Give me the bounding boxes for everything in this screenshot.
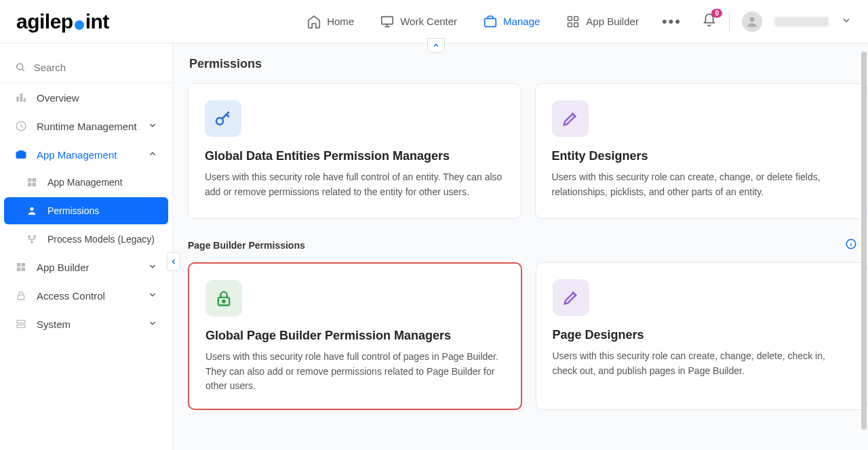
apps-icon — [566, 14, 580, 29]
chevron-up-icon — [432, 41, 440, 49]
chevron-down-icon — [148, 121, 157, 132]
card-entity-designers[interactable]: Entity Designers Users with this securit… — [535, 83, 869, 219]
sidebar-sub-app-management[interactable]: App Management — [0, 169, 172, 196]
nav-app-builder-label: App Builder — [586, 16, 639, 27]
divider — [729, 12, 730, 31]
grid-icon — [26, 176, 38, 188]
avatar-icon — [745, 15, 759, 28]
svg-rect-12 — [16, 152, 26, 158]
card-global-page-builder[interactable]: Global Page Builder Permission Managers … — [188, 262, 522, 410]
server-icon — [15, 318, 27, 330]
sidebar-item-app-builder[interactable]: App Builder — [0, 253, 172, 281]
card-desc: Users with this security role have full … — [205, 350, 505, 394]
card-title: Page Designers — [553, 328, 852, 342]
svg-rect-25 — [18, 295, 24, 300]
logo-text-before: agilep — [16, 10, 73, 33]
svg-point-28 — [216, 118, 223, 125]
card-title: Global Page Builder Permission Managers — [205, 329, 505, 343]
svg-rect-27 — [17, 325, 25, 327]
chevron-up-icon — [148, 149, 157, 161]
sidebar-item-app-management[interactable]: App Management — [0, 140, 172, 169]
svg-rect-15 — [28, 183, 31, 186]
sidebar-sub-process-models[interactable]: Process Models (Legacy) — [0, 226, 172, 253]
sidebar-sub-permissions[interactable]: Permissions — [4, 197, 168, 224]
svg-rect-26 — [17, 321, 25, 323]
svg-rect-22 — [22, 263, 25, 266]
chevron-left-icon — [170, 258, 178, 266]
svg-point-6 — [750, 17, 755, 22]
page-title: Permissions — [188, 57, 868, 71]
card-global-data-entities[interactable]: Global Data Entities Permission Managers… — [188, 83, 521, 219]
cards-row-2: Global Page Builder Permission Managers … — [188, 262, 868, 410]
chart-icon — [15, 91, 27, 104]
scrollbar[interactable] — [861, 52, 867, 430]
monitor-icon — [380, 14, 395, 29]
nav-work-center[interactable]: Work Center — [377, 9, 460, 35]
topbar: agilep int Home Work Center Manage — [0, 0, 868, 43]
chevron-down-icon — [148, 262, 157, 273]
flow-icon — [26, 233, 38, 245]
scroll-up-button[interactable] — [427, 38, 445, 53]
svg-rect-5 — [574, 22, 578, 26]
logo-dot-icon — [75, 20, 84, 30]
lock-icon — [15, 289, 27, 302]
nav-work-center-label: Work Center — [400, 16, 457, 27]
top-nav: Home Work Center Manage App Builder ••• — [304, 9, 682, 35]
svg-rect-24 — [22, 268, 25, 271]
user-menu-chevron[interactable] — [841, 15, 852, 28]
card-desc: Users with this security role can create… — [553, 349, 852, 378]
nav-home-label: Home — [327, 16, 354, 27]
sidebar-sub-label: Permissions — [47, 205, 99, 216]
sidebar-item-system[interactable]: System — [0, 310, 172, 338]
design-icon — [553, 279, 589, 316]
svg-point-17 — [30, 207, 33, 211]
home-icon — [307, 14, 321, 29]
notification-badge: 0 — [711, 9, 722, 18]
svg-rect-2 — [568, 16, 572, 20]
chevron-down-icon — [841, 15, 852, 26]
svg-rect-1 — [485, 18, 496, 26]
svg-point-31 — [222, 300, 225, 303]
svg-rect-23 — [17, 268, 20, 271]
notifications-button[interactable]: 0 — [702, 13, 717, 30]
avatar[interactable] — [742, 12, 762, 32]
padlock-icon — [205, 280, 242, 316]
nav-home[interactable]: Home — [304, 9, 357, 35]
nav-manage-label: Manage — [503, 16, 540, 27]
svg-point-19 — [33, 235, 36, 238]
sidebar-item-runtime-management[interactable]: Runtime Management — [0, 112, 172, 140]
card-title: Global Data Entities Permission Managers — [205, 149, 505, 163]
chevron-down-icon — [148, 290, 157, 302]
sidebar-item-access-control[interactable]: Access Control — [0, 281, 172, 310]
svg-rect-10 — [24, 98, 26, 102]
card-desc: Users with this security role have full … — [205, 170, 505, 199]
cards-row-1: Global Data Entities Permission Managers… — [188, 83, 868, 219]
svg-rect-8 — [16, 97, 19, 102]
nav-manage[interactable]: Manage — [480, 9, 542, 35]
search-input[interactable] — [34, 62, 157, 73]
sidebar-item-label: App Management — [37, 149, 117, 161]
svg-rect-4 — [568, 22, 572, 26]
sidebar-search[interactable] — [0, 52, 172, 83]
topbar-right: 0 — [702, 12, 852, 32]
card-title: Entity Designers — [552, 149, 852, 163]
sidebar: Overview Runtime Management App Manageme… — [0, 43, 173, 450]
info-icon[interactable] — [845, 238, 857, 253]
logo[interactable]: agilep int — [16, 10, 109, 33]
svg-point-18 — [28, 235, 31, 238]
svg-rect-21 — [17, 263, 20, 266]
briefcase-icon — [483, 14, 498, 29]
nav-more-icon[interactable]: ••• — [662, 13, 682, 30]
chevron-down-icon — [148, 319, 157, 330]
logo-text-after: int — [85, 10, 109, 33]
sidebar-collapse-button[interactable] — [167, 252, 180, 271]
sidebar-item-overview[interactable]: Overview — [0, 83, 172, 112]
sidebar-item-label: System — [37, 319, 71, 330]
svg-rect-13 — [28, 178, 31, 182]
card-page-designers[interactable]: Page Designers Users with this security … — [536, 262, 869, 410]
nav-app-builder[interactable]: App Builder — [563, 9, 642, 35]
grid-icon — [15, 261, 27, 273]
svg-point-20 — [31, 241, 33, 243]
briefcase-icon — [15, 148, 27, 161]
sidebar-item-label: App Builder — [37, 262, 90, 273]
